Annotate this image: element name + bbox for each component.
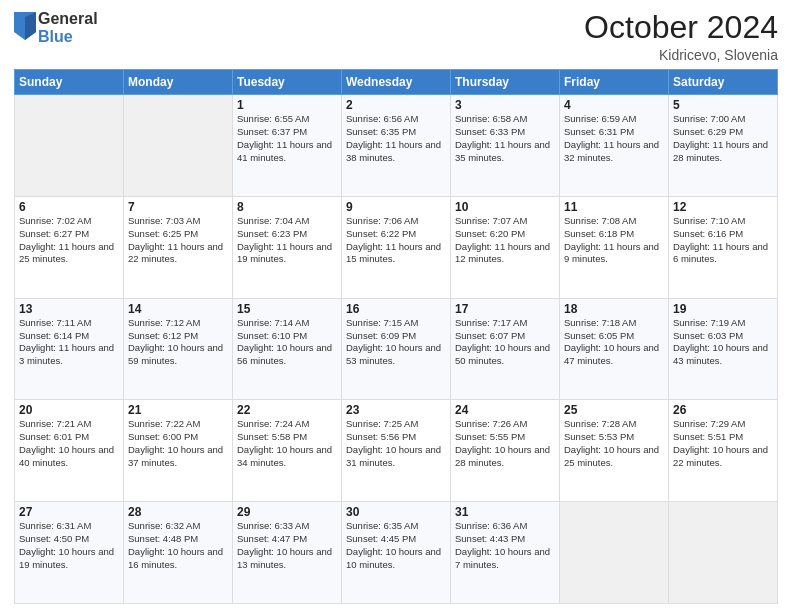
calendar-cell: 16Sunrise: 7:15 AMSunset: 6:09 PMDayligh… — [342, 298, 451, 400]
calendar-header-monday: Monday — [124, 70, 233, 95]
calendar-cell — [560, 502, 669, 604]
calendar-cell: 30Sunrise: 6:35 AMSunset: 4:45 PMDayligh… — [342, 502, 451, 604]
day-info: Sunrise: 7:24 AMSunset: 5:58 PMDaylight:… — [237, 418, 337, 469]
calendar-week-5: 27Sunrise: 6:31 AMSunset: 4:50 PMDayligh… — [15, 502, 778, 604]
calendar-cell: 22Sunrise: 7:24 AMSunset: 5:58 PMDayligh… — [233, 400, 342, 502]
day-number: 30 — [346, 505, 446, 519]
day-number: 20 — [19, 403, 119, 417]
day-info: Sunrise: 7:04 AMSunset: 6:23 PMDaylight:… — [237, 215, 337, 266]
logo-icon — [14, 12, 36, 40]
day-number: 18 — [564, 302, 664, 316]
day-info: Sunrise: 6:55 AMSunset: 6:37 PMDaylight:… — [237, 113, 337, 164]
calendar-cell: 11Sunrise: 7:08 AMSunset: 6:18 PMDayligh… — [560, 196, 669, 298]
day-info: Sunrise: 7:08 AMSunset: 6:18 PMDaylight:… — [564, 215, 664, 266]
day-number: 29 — [237, 505, 337, 519]
calendar-cell: 28Sunrise: 6:32 AMSunset: 4:48 PMDayligh… — [124, 502, 233, 604]
day-info: Sunrise: 7:28 AMSunset: 5:53 PMDaylight:… — [564, 418, 664, 469]
day-number: 25 — [564, 403, 664, 417]
calendar-cell: 15Sunrise: 7:14 AMSunset: 6:10 PMDayligh… — [233, 298, 342, 400]
calendar-cell: 17Sunrise: 7:17 AMSunset: 6:07 PMDayligh… — [451, 298, 560, 400]
calendar-header-saturday: Saturday — [669, 70, 778, 95]
calendar-cell: 21Sunrise: 7:22 AMSunset: 6:00 PMDayligh… — [124, 400, 233, 502]
day-number: 4 — [564, 98, 664, 112]
header: General Blue October 2024 Kidricevo, Slo… — [14, 10, 778, 63]
calendar-header-tuesday: Tuesday — [233, 70, 342, 95]
calendar-cell: 4Sunrise: 6:59 AMSunset: 6:31 PMDaylight… — [560, 95, 669, 197]
day-info: Sunrise: 7:17 AMSunset: 6:07 PMDaylight:… — [455, 317, 555, 368]
day-info: Sunrise: 6:58 AMSunset: 6:33 PMDaylight:… — [455, 113, 555, 164]
title-block: October 2024 Kidricevo, Slovenia — [584, 10, 778, 63]
day-info: Sunrise: 7:10 AMSunset: 6:16 PMDaylight:… — [673, 215, 773, 266]
day-info: Sunrise: 7:15 AMSunset: 6:09 PMDaylight:… — [346, 317, 446, 368]
day-info: Sunrise: 7:21 AMSunset: 6:01 PMDaylight:… — [19, 418, 119, 469]
day-number: 17 — [455, 302, 555, 316]
calendar-cell: 7Sunrise: 7:03 AMSunset: 6:25 PMDaylight… — [124, 196, 233, 298]
day-number: 2 — [346, 98, 446, 112]
day-number: 1 — [237, 98, 337, 112]
main-title: October 2024 — [584, 10, 778, 45]
day-info: Sunrise: 7:07 AMSunset: 6:20 PMDaylight:… — [455, 215, 555, 266]
calendar-cell: 12Sunrise: 7:10 AMSunset: 6:16 PMDayligh… — [669, 196, 778, 298]
calendar-cell: 14Sunrise: 7:12 AMSunset: 6:12 PMDayligh… — [124, 298, 233, 400]
day-number: 5 — [673, 98, 773, 112]
day-info: Sunrise: 6:59 AMSunset: 6:31 PMDaylight:… — [564, 113, 664, 164]
day-info: Sunrise: 7:03 AMSunset: 6:25 PMDaylight:… — [128, 215, 228, 266]
day-number: 14 — [128, 302, 228, 316]
logo-text: General Blue — [38, 10, 98, 45]
calendar-cell: 27Sunrise: 6:31 AMSunset: 4:50 PMDayligh… — [15, 502, 124, 604]
day-info: Sunrise: 7:19 AMSunset: 6:03 PMDaylight:… — [673, 317, 773, 368]
day-info: Sunrise: 6:35 AMSunset: 4:45 PMDaylight:… — [346, 520, 446, 571]
calendar-cell: 26Sunrise: 7:29 AMSunset: 5:51 PMDayligh… — [669, 400, 778, 502]
day-number: 22 — [237, 403, 337, 417]
day-info: Sunrise: 6:31 AMSunset: 4:50 PMDaylight:… — [19, 520, 119, 571]
day-info: Sunrise: 6:36 AMSunset: 4:43 PMDaylight:… — [455, 520, 555, 571]
calendar-cell: 18Sunrise: 7:18 AMSunset: 6:05 PMDayligh… — [560, 298, 669, 400]
calendar-cell: 1Sunrise: 6:55 AMSunset: 6:37 PMDaylight… — [233, 95, 342, 197]
day-info: Sunrise: 7:12 AMSunset: 6:12 PMDaylight:… — [128, 317, 228, 368]
calendar-cell: 31Sunrise: 6:36 AMSunset: 4:43 PMDayligh… — [451, 502, 560, 604]
calendar-cell — [15, 95, 124, 197]
day-number: 16 — [346, 302, 446, 316]
day-info: Sunrise: 7:22 AMSunset: 6:00 PMDaylight:… — [128, 418, 228, 469]
day-info: Sunrise: 7:00 AMSunset: 6:29 PMDaylight:… — [673, 113, 773, 164]
day-number: 26 — [673, 403, 773, 417]
logo-blue: Blue — [38, 28, 98, 46]
calendar-header-thursday: Thursday — [451, 70, 560, 95]
calendar-cell: 5Sunrise: 7:00 AMSunset: 6:29 PMDaylight… — [669, 95, 778, 197]
day-number: 27 — [19, 505, 119, 519]
day-info: Sunrise: 6:33 AMSunset: 4:47 PMDaylight:… — [237, 520, 337, 571]
day-info: Sunrise: 7:26 AMSunset: 5:55 PMDaylight:… — [455, 418, 555, 469]
calendar-cell: 19Sunrise: 7:19 AMSunset: 6:03 PMDayligh… — [669, 298, 778, 400]
day-number: 31 — [455, 505, 555, 519]
day-number: 3 — [455, 98, 555, 112]
page: General Blue October 2024 Kidricevo, Slo… — [0, 0, 792, 612]
day-info: Sunrise: 7:18 AMSunset: 6:05 PMDaylight:… — [564, 317, 664, 368]
day-number: 8 — [237, 200, 337, 214]
logo: General Blue — [14, 10, 98, 45]
calendar-table: SundayMondayTuesdayWednesdayThursdayFrid… — [14, 69, 778, 604]
calendar-cell — [669, 502, 778, 604]
day-info: Sunrise: 7:02 AMSunset: 6:27 PMDaylight:… — [19, 215, 119, 266]
day-number: 28 — [128, 505, 228, 519]
calendar-cell — [124, 95, 233, 197]
calendar-cell: 10Sunrise: 7:07 AMSunset: 6:20 PMDayligh… — [451, 196, 560, 298]
calendar-cell: 20Sunrise: 7:21 AMSunset: 6:01 PMDayligh… — [15, 400, 124, 502]
calendar-header-row: SundayMondayTuesdayWednesdayThursdayFrid… — [15, 70, 778, 95]
day-info: Sunrise: 7:06 AMSunset: 6:22 PMDaylight:… — [346, 215, 446, 266]
day-number: 12 — [673, 200, 773, 214]
day-number: 23 — [346, 403, 446, 417]
calendar-cell: 25Sunrise: 7:28 AMSunset: 5:53 PMDayligh… — [560, 400, 669, 502]
day-number: 11 — [564, 200, 664, 214]
day-number: 21 — [128, 403, 228, 417]
calendar-header-friday: Friday — [560, 70, 669, 95]
day-number: 6 — [19, 200, 119, 214]
day-number: 7 — [128, 200, 228, 214]
day-number: 13 — [19, 302, 119, 316]
calendar-cell: 13Sunrise: 7:11 AMSunset: 6:14 PMDayligh… — [15, 298, 124, 400]
calendar-cell: 23Sunrise: 7:25 AMSunset: 5:56 PMDayligh… — [342, 400, 451, 502]
day-number: 9 — [346, 200, 446, 214]
day-number: 19 — [673, 302, 773, 316]
day-number: 24 — [455, 403, 555, 417]
calendar-cell: 2Sunrise: 6:56 AMSunset: 6:35 PMDaylight… — [342, 95, 451, 197]
calendar-header-wednesday: Wednesday — [342, 70, 451, 95]
